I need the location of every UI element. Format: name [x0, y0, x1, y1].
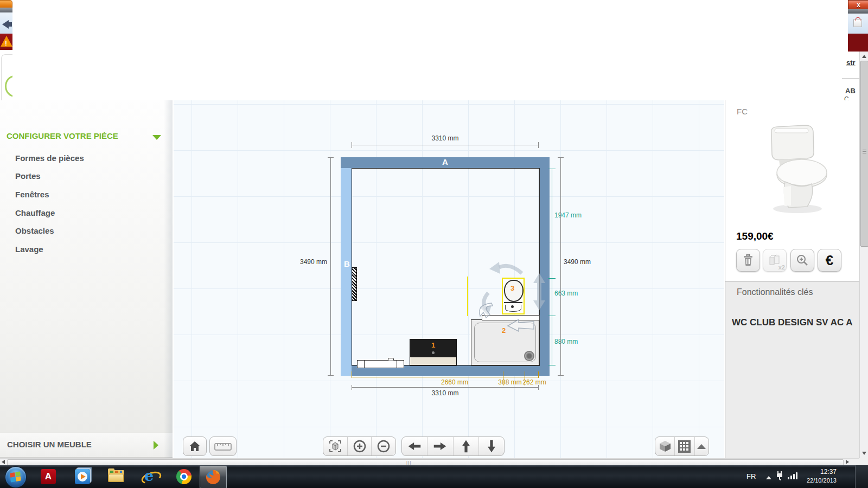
shower-tray[interactable]: 2	[471, 319, 539, 365]
duplicate-x2-badge: x2	[778, 264, 785, 271]
network-signal-icon[interactable]	[788, 472, 797, 479]
vanity-unit[interactable]: 1	[410, 339, 457, 365]
zoom-in-button[interactable]	[347, 437, 372, 455]
sidebar-item-obstacles[interactable]: Obstacles	[15, 226, 54, 235]
taskbar-item-media-player[interactable]	[74, 468, 91, 485]
vanity-ledge	[410, 357, 456, 365]
scroll-right-button[interactable]	[844, 459, 851, 465]
view-3d-button[interactable]	[655, 437, 674, 455]
select-3d-icon	[328, 439, 342, 453]
scroll-down-button[interactable]	[860, 448, 868, 458]
clock-time: 12:37	[803, 467, 837, 476]
choose-furniture-title: CHOISIR UN MEUBLE	[7, 440, 92, 449]
sidebar-item-formes[interactable]: Formes de pièces	[15, 153, 84, 163]
scrollbar-corner	[859, 458, 868, 465]
wall-top[interactable]: A	[341, 157, 550, 168]
pan-toolbar	[401, 436, 505, 456]
clock[interactable]: 12:37 22/10/2013	[803, 467, 837, 485]
dim-line-top	[352, 145, 539, 145]
scroll-down-icon	[862, 452, 866, 455]
pan-down-button[interactable]	[478, 437, 504, 455]
notification-bar-fragment-right	[848, 34, 868, 52]
dim-right-seg-2: 663 mm	[554, 290, 578, 297]
low-cabinet[interactable]	[357, 360, 404, 368]
dim-top: 3310 mm	[352, 134, 539, 142]
features-section-title: Fonctionnalités clés	[737, 287, 813, 297]
wc-selected[interactable]: 3	[502, 278, 525, 314]
taskbar-item-firefox-active[interactable]	[200, 466, 227, 488]
product-code: FC	[737, 107, 748, 116]
zoom-product-button[interactable]	[790, 249, 814, 272]
scroll-up-button[interactable]	[860, 52, 868, 61]
zoom-toolbar	[323, 436, 396, 456]
delete-button[interactable]	[736, 249, 760, 272]
pan-right-button[interactable]	[427, 437, 452, 455]
product-image-wc[interactable]	[755, 123, 831, 215]
horizontal-scrollbar[interactable]: |||	[0, 458, 859, 465]
zoom-out-button[interactable]	[371, 437, 395, 455]
taskbar-item-explorer[interactable]	[107, 468, 125, 485]
duplicate-button[interactable]: x2	[763, 249, 787, 272]
measure-button[interactable]	[209, 436, 237, 456]
sidebar-item-fenetres[interactable]: Fenêtres	[15, 190, 49, 199]
view-2d-button[interactable]	[674, 437, 694, 455]
clock-date: 22/10/2013	[803, 476, 837, 485]
sidebar-item-chauffage[interactable]: Chauffage	[15, 208, 55, 217]
chevron-right-icon	[154, 441, 158, 450]
sidebar-item-portes[interactable]: Portes	[15, 171, 41, 181]
language-indicator[interactable]: FR	[746, 472, 756, 480]
collapse-toolbar-button[interactable]	[694, 437, 709, 455]
browser-toolbar-fragment-right	[848, 14, 868, 34]
logo-arc-fragment	[5, 75, 12, 97]
pan-up-button[interactable]	[453, 437, 478, 455]
shopping-bag-icon[interactable]	[853, 19, 862, 27]
vertical-scrollbar[interactable]	[859, 52, 868, 458]
zoom-in-icon	[353, 439, 367, 453]
power-plug-icon[interactable]	[776, 471, 784, 480]
arrow-left-icon	[407, 440, 422, 452]
sidebar-item-lavage[interactable]: Lavage	[15, 245, 43, 254]
cube-3d-icon	[659, 440, 672, 453]
show-desktop-button[interactable]	[855, 465, 868, 488]
view-toolbar	[655, 436, 709, 456]
back-icon-tail	[8, 22, 12, 27]
scroll-left-button[interactable]	[0, 459, 7, 465]
tray-expand-icon[interactable]	[766, 476, 771, 479]
browser-titlebar-fragment	[0, 8, 12, 12]
product-price: 159,00€	[736, 230, 774, 242]
folder-icon	[108, 470, 124, 483]
dim-right-total: 3490 mm	[564, 258, 591, 266]
item-number-1: 1	[431, 341, 435, 349]
taskbar-item-chrome[interactable]	[175, 468, 193, 485]
magnifier-plus-icon	[796, 254, 809, 267]
dim-bottom-seg-3: 262 mm	[521, 378, 548, 386]
wall-left-selected[interactable]: B	[341, 168, 352, 376]
chrome-icon	[176, 469, 192, 484]
radiator[interactable]	[352, 267, 357, 301]
item-number-3: 3	[510, 284, 514, 292]
pan-left-button[interactable]	[402, 437, 427, 455]
home-button[interactable]	[183, 436, 207, 456]
configure-section-title[interactable]: CONFIGURER VOTRE PIÈCE	[7, 131, 118, 140]
vanity-knob	[432, 351, 435, 354]
price-button[interactable]: €	[818, 249, 841, 272]
plan-canvas[interactable]: A B 3310 mm 3490 mm 1947 mm 663 mm 880 m…	[174, 100, 724, 458]
start-button[interactable]	[5, 466, 27, 488]
taskbar-item-adobe-reader[interactable]: A	[40, 468, 57, 485]
choose-furniture-section[interactable]: CHOISIR UN MEUBLE	[0, 433, 173, 458]
vertical-scrollbar-thumb[interactable]	[860, 61, 868, 247]
wc-flush	[511, 305, 514, 308]
chevron-down-icon[interactable]	[152, 135, 161, 140]
arrow-down-icon	[486, 439, 497, 453]
link-fragment[interactable]: str	[846, 59, 856, 67]
wall-shelf[interactable]	[482, 315, 540, 320]
select-object-button[interactable]	[323, 437, 347, 455]
dim-line-right-total	[560, 157, 561, 376]
trash-icon	[742, 254, 754, 267]
wall-right[interactable]	[539, 168, 550, 376]
browser-tab-fragment[interactable]	[0, 0, 12, 8]
windows-logo-icon	[10, 471, 21, 482]
taskbar-item-internet-explorer[interactable]: e	[141, 468, 158, 485]
internet-explorer-icon: e	[142, 468, 158, 485]
shower-drain	[524, 351, 534, 361]
